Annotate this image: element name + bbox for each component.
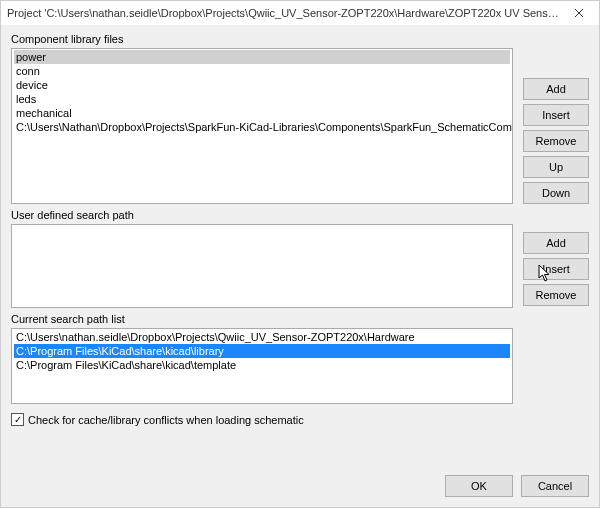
close-button[interactable] <box>561 2 597 24</box>
list-item[interactable]: device <box>14 78 510 92</box>
insert-button[interactable]: Insert <box>523 104 589 126</box>
list-item[interactable]: power <box>14 50 510 64</box>
user-search-path-list[interactable] <box>11 224 513 308</box>
down-button[interactable]: Down <box>523 182 589 204</box>
list-item[interactable]: C:\Users\nathan.seidle\Dropbox\Projects\… <box>14 330 510 344</box>
component-library-files-list[interactable]: powerconndeviceledsmechanicalC:\Users\Na… <box>11 48 513 204</box>
current-search-path-row: C:\Users\nathan.seidle\Dropbox\Projects\… <box>11 328 589 404</box>
list-item[interactable]: C:\Program Files\KiCad\share\kicad\templ… <box>14 358 510 372</box>
window-title: Project 'C:\Users\nathan.seidle\Dropbox\… <box>7 7 561 19</box>
component-library-files-row: powerconndeviceledsmechanicalC:\Users\Na… <box>11 48 589 204</box>
conflict-checkbox-label: Check for cache/library conflicts when l… <box>28 414 304 426</box>
up-button[interactable]: Up <box>523 156 589 178</box>
conflict-checkbox[interactable] <box>11 413 24 426</box>
current-search-path-label: Current search path list <box>11 313 589 325</box>
dialog-window: Project 'C:\Users\nathan.seidle\Dropbox\… <box>0 0 600 508</box>
titlebar: Project 'C:\Users\nathan.seidle\Dropbox\… <box>1 1 599 25</box>
dialog-body: Component library files powerconndevicel… <box>1 25 599 467</box>
conflict-check-row[interactable]: Check for cache/library conflicts when l… <box>11 413 589 426</box>
list-item[interactable]: mechanical <box>14 106 510 120</box>
dialog-footer: OK Cancel <box>1 467 599 507</box>
close-icon <box>574 8 584 18</box>
list-item[interactable]: C:\Program Files\KiCad\share\kicad\libra… <box>14 344 510 358</box>
add-button[interactable]: Add <box>523 78 589 100</box>
list-item[interactable]: conn <box>14 64 510 78</box>
component-library-files-label: Component library files <box>11 33 589 45</box>
user-search-path-buttons: Add Insert Remove <box>523 224 589 308</box>
list-item[interactable]: C:\Users\Nathan\Dropbox\Projects\SparkFu… <box>14 120 510 134</box>
remove-button[interactable]: Remove <box>523 284 589 306</box>
ok-button[interactable]: OK <box>445 475 513 497</box>
cancel-button[interactable]: Cancel <box>521 475 589 497</box>
list-item[interactable]: leds <box>14 92 510 106</box>
insert-button[interactable]: Insert <box>523 258 589 280</box>
component-library-files-buttons: Add Insert Remove Up Down <box>523 48 589 204</box>
user-search-path-row: Add Insert Remove <box>11 224 589 308</box>
current-search-path-list[interactable]: C:\Users\nathan.seidle\Dropbox\Projects\… <box>11 328 513 404</box>
user-search-path-label: User defined search path <box>11 209 589 221</box>
remove-button[interactable]: Remove <box>523 130 589 152</box>
add-button[interactable]: Add <box>523 232 589 254</box>
